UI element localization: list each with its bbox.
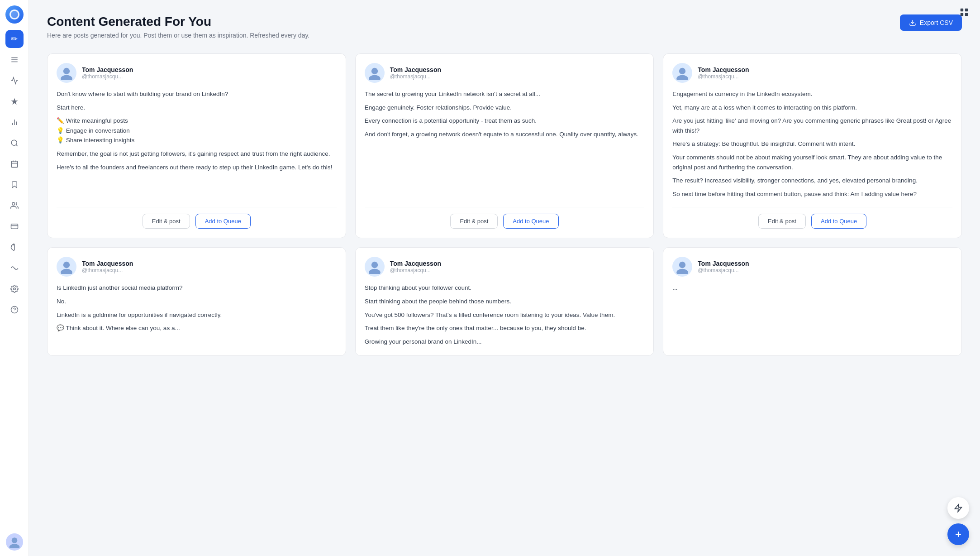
main-content: Content Generated For You Here are posts… [29, 0, 980, 556]
post-card-6: Tom Jacquesson @thomasjacqu... ... [663, 247, 962, 356]
svg-point-18 [11, 537, 17, 543]
svg-rect-36 [965, 13, 968, 16]
svg-line-7 [16, 144, 17, 146]
card-2-queue-button[interactable]: Add to Queue [503, 214, 558, 229]
card-4-author-name: Tom Jacquesson [82, 260, 133, 267]
sidebar-item-search[interactable] [5, 134, 24, 152]
user-avatar[interactable] [6, 533, 23, 551]
card-2-author-handle: @thomasjacqu... [390, 73, 441, 80]
sidebar: ✏ [0, 0, 29, 556]
sidebar-item-wave[interactable] [5, 259, 24, 277]
card-5-content: Stop thinking about your follower count.… [365, 283, 645, 346]
svg-point-21 [63, 68, 70, 74]
card-1-author-name: Tom Jacquesson [82, 66, 133, 73]
card-6-header: Tom Jacquesson @thomasjacqu... [672, 257, 952, 277]
svg-point-31 [679, 262, 685, 268]
page-subtitle: Here are posts generated for you. Post t… [47, 32, 309, 39]
svg-point-22 [61, 75, 72, 80]
svg-point-25 [679, 68, 685, 74]
card-2-content: The secret to growing your LinkedIn netw… [365, 89, 645, 199]
card-5-avatar [365, 257, 385, 277]
post-card-2: Tom Jacquesson @thomasjacqu... The secre… [355, 53, 654, 238]
card-4-content: Is LinkedIn just another social media pl… [57, 283, 337, 346]
svg-point-29 [371, 262, 377, 268]
card-3-author-handle: @thomasjacqu... [698, 73, 749, 80]
page-header: Content Generated For You Here are posts… [47, 14, 962, 39]
fab-container [947, 497, 969, 545]
svg-rect-35 [961, 13, 963, 16]
sidebar-item-rocket[interactable] [5, 238, 24, 256]
card-3-edit-button[interactable]: Edit & post [758, 214, 806, 229]
card-1-header: Tom Jacquesson @thomasjacqu... [57, 63, 337, 83]
card-4-author-handle: @thomasjacqu... [82, 267, 133, 273]
card-1-content: Don't know where to start with building … [57, 89, 337, 199]
sidebar-item-bookmark[interactable] [5, 176, 24, 194]
svg-marker-37 [955, 504, 962, 512]
card-3-actions: Edit & post Add to Queue [672, 207, 952, 229]
sidebar-item-users[interactable] [5, 197, 24, 215]
card-2-edit-button[interactable]: Edit & post [450, 214, 498, 229]
card-6-avatar [672, 257, 692, 277]
card-4-avatar [57, 257, 76, 277]
sidebar-item-calendar[interactable] [5, 155, 24, 173]
sidebar-item-chart[interactable] [5, 72, 24, 90]
card-5-author-handle: @thomasjacqu... [390, 267, 441, 273]
svg-point-12 [12, 202, 14, 205]
card-3-avatar [672, 63, 692, 83]
svg-rect-13 [11, 224, 18, 229]
post-card-1: Tom Jacquesson @thomasjacqu... Don't kno… [47, 53, 346, 238]
svg-point-24 [369, 75, 381, 80]
card-6-author-handle: @thomasjacqu... [698, 267, 749, 273]
svg-point-15 [13, 288, 15, 290]
card-3-header: Tom Jacquesson @thomasjacqu... [672, 63, 952, 83]
card-1-queue-button[interactable]: Add to Queue [195, 214, 251, 229]
grid-icon[interactable] [959, 7, 969, 19]
sidebar-item-help[interactable] [5, 301, 24, 319]
sidebar-item-star[interactable] [5, 92, 24, 110]
card-3-queue-button[interactable]: Add to Queue [811, 214, 866, 229]
post-card-4: Tom Jacquesson @thomasjacqu... Is Linked… [47, 247, 346, 356]
card-2-header: Tom Jacquesson @thomasjacqu... [365, 63, 645, 83]
svg-point-26 [677, 75, 689, 80]
card-2-avatar [365, 63, 385, 83]
card-3-content: Engagement is currency in the LinkedIn e… [672, 89, 952, 199]
card-6-author-name: Tom Jacquesson [698, 260, 749, 267]
svg-point-32 [677, 269, 689, 274]
svg-rect-33 [961, 9, 963, 11]
export-csv-button[interactable]: Export CSV [900, 14, 962, 31]
svg-point-30 [369, 269, 381, 274]
sidebar-item-analytics[interactable] [5, 113, 24, 131]
download-icon [909, 19, 916, 26]
card-2-author-name: Tom Jacquesson [390, 66, 441, 73]
sidebar-item-compose[interactable]: ✏ [5, 30, 24, 48]
post-card-3: Tom Jacquesson @thomasjacqu... Engagemen… [663, 53, 962, 238]
page-title: Content Generated For You [47, 14, 309, 29]
sidebar-item-list[interactable] [5, 51, 24, 69]
page-title-block: Content Generated For You Here are posts… [47, 14, 309, 39]
card-6-content: ... [672, 283, 952, 346]
app-logo[interactable] [5, 5, 24, 24]
lightning-fab-button[interactable] [947, 497, 969, 519]
card-1-actions: Edit & post Add to Queue [57, 207, 337, 229]
card-1-edit-button[interactable]: Edit & post [143, 214, 190, 229]
card-2-actions: Edit & post Add to Queue [365, 207, 645, 229]
post-card-5: Tom Jacquesson @thomasjacqu... Stop thin… [355, 247, 654, 356]
sidebar-item-settings[interactable] [5, 280, 24, 298]
svg-rect-8 [11, 161, 18, 168]
card-5-author-name: Tom Jacquesson [390, 260, 441, 267]
card-4-header: Tom Jacquesson @thomasjacqu... [57, 257, 337, 277]
svg-point-19 [9, 544, 19, 548]
cards-grid: Tom Jacquesson @thomasjacqu... Don't kno… [47, 53, 962, 356]
card-1-avatar [57, 63, 76, 83]
card-5-header: Tom Jacquesson @thomasjacqu... [365, 257, 645, 277]
svg-point-28 [61, 269, 72, 274]
svg-point-6 [11, 140, 17, 145]
compose-fab-button[interactable] [947, 523, 969, 545]
card-3-author-name: Tom Jacquesson [698, 66, 749, 73]
svg-point-23 [371, 68, 377, 74]
svg-rect-34 [965, 9, 968, 11]
svg-point-27 [63, 262, 70, 268]
card-1-author-handle: @thomasjacqu... [82, 73, 133, 80]
sidebar-item-card[interactable] [5, 217, 24, 235]
